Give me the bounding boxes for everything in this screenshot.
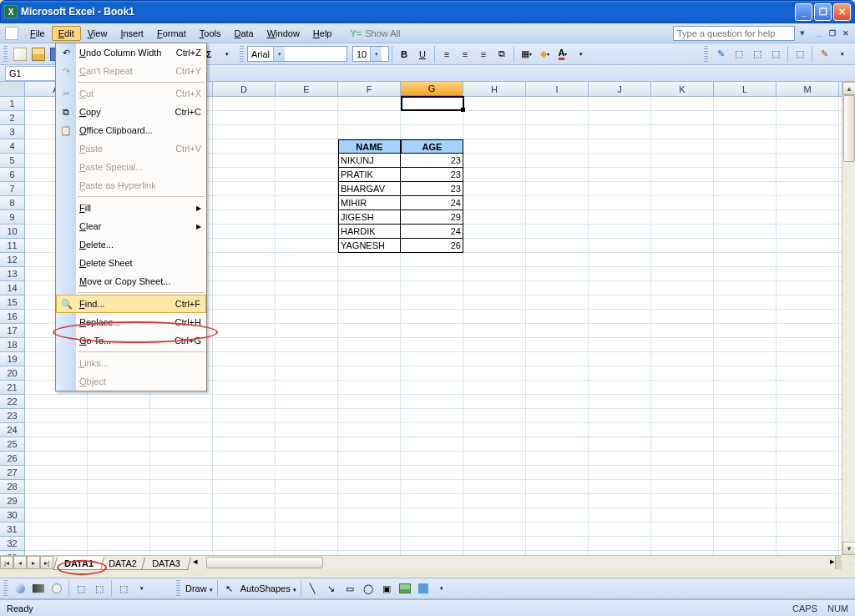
cell[interactable] <box>526 338 589 352</box>
cell[interactable] <box>714 281 777 295</box>
cell[interactable] <box>777 338 839 352</box>
cell[interactable] <box>714 523 777 537</box>
doc-close-button[interactable]: ✕ <box>840 28 852 39</box>
help-dropdown-icon[interactable]: ▾ <box>797 28 808 38</box>
cell[interactable] <box>25 409 88 423</box>
cell[interactable] <box>589 381 651 395</box>
arrow-button[interactable]: ↘ <box>322 579 341 598</box>
cell[interactable] <box>213 494 276 508</box>
menu-view[interactable]: View <box>81 26 114 41</box>
edit-menu-replace[interactable]: Replace...Ctrl+H <box>56 313 206 331</box>
cell[interactable] <box>526 225 589 239</box>
cell[interactable] <box>401 253 463 267</box>
draw-grip-1[interactable] <box>3 580 8 597</box>
cell[interactable] <box>589 281 651 295</box>
cell[interactable] <box>213 381 276 395</box>
menu-tools[interactable]: Tools <box>193 26 228 41</box>
cell[interactable] <box>338 423 401 437</box>
cell[interactable] <box>777 423 839 437</box>
cell[interactable] <box>526 366 589 381</box>
row-header-19[interactable]: 19 <box>0 352 25 366</box>
minimize-button[interactable]: _ <box>795 3 812 21</box>
cell[interactable] <box>714 196 777 210</box>
toolbar-grip-2[interactable] <box>240 46 244 63</box>
tab-nav-first[interactable]: |◂ <box>0 556 13 569</box>
cell[interactable] <box>526 196 589 210</box>
cell[interactable] <box>589 168 651 182</box>
cell[interactable] <box>150 409 213 423</box>
edit-menu-undo-column-width[interactable]: ↶Undo Column WidthCtrl+Z <box>56 43 206 62</box>
name-box[interactable] <box>5 66 57 81</box>
cell[interactable] <box>276 239 338 253</box>
cell[interactable] <box>714 338 777 352</box>
cell[interactable] <box>276 480 338 494</box>
cell[interactable] <box>213 210 276 225</box>
cell[interactable] <box>463 381 526 395</box>
cell[interactable] <box>651 395 714 409</box>
cell[interactable] <box>150 466 213 480</box>
cell[interactable] <box>213 253 276 267</box>
toolbar-options-button[interactable]: ▾ <box>218 45 236 63</box>
cell[interactable] <box>338 310 401 324</box>
cell[interactable] <box>463 523 526 537</box>
cell[interactable] <box>463 508 526 523</box>
cell[interactable] <box>714 182 777 196</box>
cell[interactable] <box>589 466 651 480</box>
draw-grip-2[interactable] <box>176 580 180 597</box>
select-objects-button[interactable]: ↖ <box>220 579 239 598</box>
cell[interactable] <box>777 381 839 395</box>
cell[interactable] <box>589 480 651 494</box>
hscroll-split-handle[interactable] <box>835 556 842 569</box>
cell[interactable]: JIGESH <box>338 210 401 225</box>
cell[interactable] <box>714 494 777 508</box>
cell[interactable] <box>150 452 213 466</box>
cell[interactable] <box>276 182 338 196</box>
draw-btn-4[interactable]: ⬚ <box>72 579 90 598</box>
cell[interactable] <box>651 210 714 225</box>
cell[interactable] <box>338 338 401 352</box>
cell[interactable] <box>463 494 526 508</box>
align-center-button[interactable]: ≡ <box>456 45 474 63</box>
sheet-tab-data2[interactable]: DATA2 <box>98 558 148 570</box>
cell[interactable] <box>714 466 777 480</box>
cell[interactable] <box>463 310 526 324</box>
cell[interactable] <box>463 253 526 267</box>
edit-menu-find[interactable]: 🔍Find...Ctrl+F <box>56 295 206 313</box>
cell[interactable] <box>25 452 88 466</box>
row-header-29[interactable]: 29 <box>0 494 25 508</box>
cell[interactable] <box>777 310 839 324</box>
col-header-G[interactable]: G <box>401 82 463 97</box>
cell[interactable] <box>714 139 777 154</box>
cell[interactable] <box>276 537 338 551</box>
cell[interactable] <box>714 267 777 281</box>
cell[interactable] <box>651 139 714 154</box>
toolbar-options-2[interactable]: ▾ <box>572 45 590 63</box>
help-search-input[interactable] <box>673 26 795 41</box>
cell[interactable] <box>777 537 839 551</box>
cell[interactable] <box>338 381 401 395</box>
cell[interactable] <box>25 537 88 551</box>
insert-diagram-button[interactable] <box>414 579 433 598</box>
scroll-down-button[interactable]: ▼ <box>842 542 855 555</box>
cell[interactable] <box>401 437 463 452</box>
new-button[interactable] <box>11 45 29 63</box>
cell[interactable] <box>526 537 589 551</box>
draw-menu[interactable]: Draw ▾ <box>184 581 215 596</box>
cell[interactable] <box>589 210 651 225</box>
cell[interactable] <box>150 437 213 452</box>
cell[interactable] <box>589 97 651 111</box>
cell[interactable] <box>213 338 276 352</box>
edit-menu-move-or-copy-sheet[interactable]: Move or Copy Sheet... <box>56 272 206 290</box>
edit-menu-office-clipboard[interactable]: 📋Office Clipboard... <box>56 121 206 139</box>
textbox-button[interactable]: ▣ <box>377 579 396 598</box>
cell[interactable] <box>88 437 150 452</box>
cell[interactable] <box>150 494 213 508</box>
tb-btn-c[interactable]: ⬚ <box>766 45 785 63</box>
insert-picture-button[interactable] <box>396 579 414 598</box>
cell[interactable] <box>777 480 839 494</box>
cell[interactable] <box>651 352 714 366</box>
cell[interactable] <box>463 154 526 168</box>
cell[interactable] <box>213 310 276 324</box>
cell[interactable] <box>213 352 276 366</box>
row-header-6[interactable]: 6 <box>0 168 25 182</box>
